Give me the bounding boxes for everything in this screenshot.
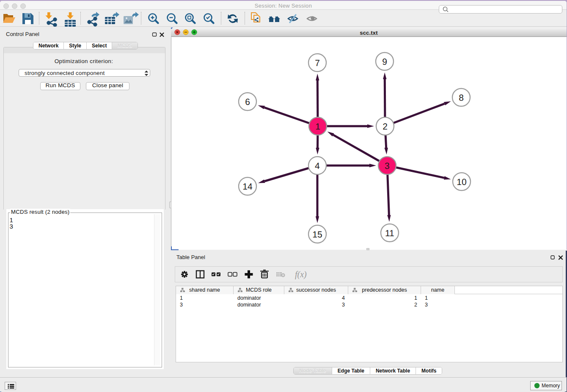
svg-text:7: 7 bbox=[315, 58, 320, 68]
svg-text:3: 3 bbox=[385, 161, 390, 171]
svg-text:15: 15 bbox=[312, 229, 322, 239]
svg-text:14: 14 bbox=[242, 182, 253, 191]
svg-text:8: 8 bbox=[459, 93, 464, 102]
svg-text:2: 2 bbox=[383, 121, 388, 131]
svg-text:9: 9 bbox=[382, 57, 387, 66]
svg-text:4: 4 bbox=[315, 161, 320, 171]
svg-text:f(x): f(x) bbox=[295, 270, 307, 279]
svg-text:11: 11 bbox=[385, 228, 394, 238]
svg-text:6: 6 bbox=[245, 97, 250, 107]
svg-text:1: 1 bbox=[315, 121, 320, 131]
svg-text:10: 10 bbox=[457, 177, 466, 187]
